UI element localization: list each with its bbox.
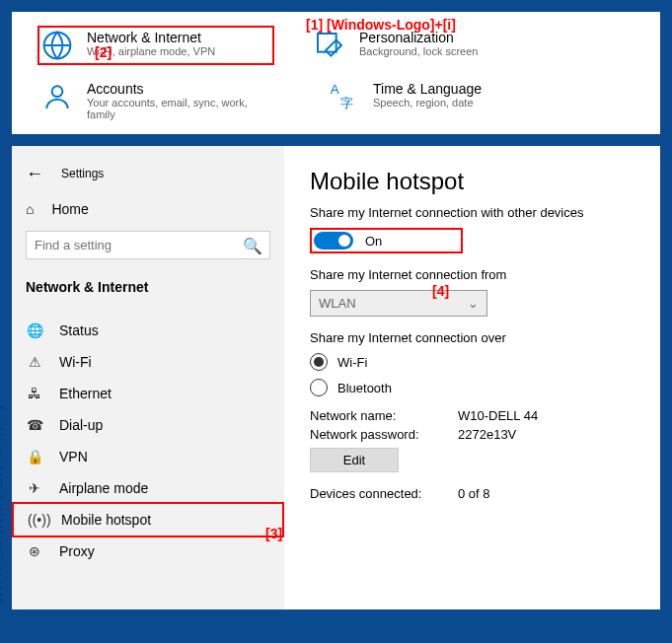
content-pane: Mobile hotspot Share my Internet connect… [284,146,660,609]
edit-button[interactable]: Edit [310,448,399,472]
ethernet-icon: 🖧 [26,386,43,401]
sidebar-item-airplane[interactable]: ✈Airplane mode [12,472,284,504]
home-icon: ⌂ [26,201,34,217]
sidebar-item-ethernet[interactable]: 🖧Ethernet [12,378,284,409]
nav-label: Ethernet [59,386,112,401]
devices-connected-label: Devices connected: [310,486,448,501]
dialup-icon: ☎ [26,417,43,433]
devices-connected-value: 0 of 8 [458,486,635,501]
sidebar-item-vpn[interactable]: 🔒VPN [12,441,284,472]
status-icon: 🌐 [26,322,43,338]
callout-3: [3] [265,526,282,541]
share-description: Share my Internet connection with other … [310,205,635,220]
vpn-icon: 🔒 [26,449,43,464]
network-name-label: Network name: [310,408,448,423]
back-arrow-icon[interactable]: ← [26,164,43,184]
tile-title: Time & Language [373,81,482,97]
network-name-value: W10-DELL 44 [458,408,635,423]
section-title: Network & Internet [12,267,284,303]
settings-label: Settings [61,167,104,180]
callout-2: [2] [95,44,112,60]
share-over-label: Share my Internet connection over [310,330,635,345]
wifi-icon: ⚠ [26,354,43,370]
share-from-label: Share my Internet connection from [310,267,635,282]
sidebar-item-wifi[interactable]: ⚠Wi-Fi [12,346,284,378]
nav-label: Airplane mode [59,480,148,496]
network-password-label: Network password: [310,427,448,442]
radio-label: Bluetooth [337,381,392,395]
tile-subtitle: Speech, region, date [373,97,482,108]
tile-title: Accounts [87,81,278,97]
watermark: www.SoftwareOK.com :-) [0,405,8,604]
radio-wifi-row[interactable]: Wi-Fi [310,353,635,371]
search-container: 🔍 [26,231,270,259]
tile-subtitle: Background, lock screen [359,45,478,57]
home-label: Home [51,201,88,217]
person-icon [41,81,73,112]
radio-label: Wi-Fi [337,355,367,370]
callout-1: [1] [Windows-Logo]+[i] [306,17,456,33]
sidebar-home[interactable]: ⌂ Home [12,191,284,227]
nav-label: Wi-Fi [59,354,92,370]
radio-wifi[interactable] [310,353,328,371]
page-title: Mobile hotspot [310,168,635,195]
proxy-icon: ⊛ [26,543,43,559]
tile-title: Network & Internet [87,30,215,45]
nav-label: Proxy [59,543,95,559]
sidebar-item-status[interactable]: 🌐Status [12,315,284,346]
dropdown-value: WLAN [319,296,356,311]
sidebar: ← Settings ⌂ Home 🔍 Network & Internet 🌐… [12,146,284,609]
search-input[interactable] [26,231,270,259]
svg-point-2 [52,86,63,97]
nav-label: Mobile hotspot [61,512,151,528]
nav-label: VPN [59,449,88,464]
nav-label: Dial-up [59,417,103,433]
airplane-icon: ✈ [26,480,43,496]
svg-text:A: A [331,82,339,97]
hotspot-toggle[interactable] [314,232,353,250]
hotspot-icon: ((•)) [28,512,45,528]
search-icon: 🔍 [243,237,262,255]
svg-text:字: 字 [340,96,353,110]
tile-personalization[interactable]: Personalization Background, lock screen [314,30,551,61]
tile-subtitle: Your accounts, email, sync, work, family [87,97,278,120]
globe-icon [41,30,73,61]
network-password-value: 2272e13V [458,427,635,442]
sidebar-item-proxy[interactable]: ⊛Proxy [12,536,284,567]
nav-label: Status [59,322,99,338]
callout-4: [4] [432,283,449,299]
chevron-down-icon: ⌄ [468,296,479,311]
hotspot-toggle-row: On [310,228,463,253]
tile-network-internet[interactable]: Network & Internet Wi-Fi, airplane mode,… [37,26,274,65]
share-from-dropdown[interactable]: WLAN ⌄ [310,290,487,317]
settings-window: ← Settings ⌂ Home 🔍 Network & Internet 🌐… [12,146,660,609]
radio-bluetooth[interactable] [310,379,328,396]
tile-time-language[interactable]: A字 Time & Language Speech, region, date [328,81,564,120]
paint-icon [314,30,345,61]
toggle-state-label: On [365,234,382,249]
time-language-icon: A字 [328,81,359,112]
tile-accounts[interactable]: Accounts Your accounts, email, sync, wor… [41,81,278,120]
radio-bluetooth-row[interactable]: Bluetooth [310,379,635,396]
sidebar-item-dialup[interactable]: ☎Dial-up [12,409,284,441]
sidebar-item-mobile-hotspot[interactable]: ((•))Mobile hotspot [12,502,284,537]
